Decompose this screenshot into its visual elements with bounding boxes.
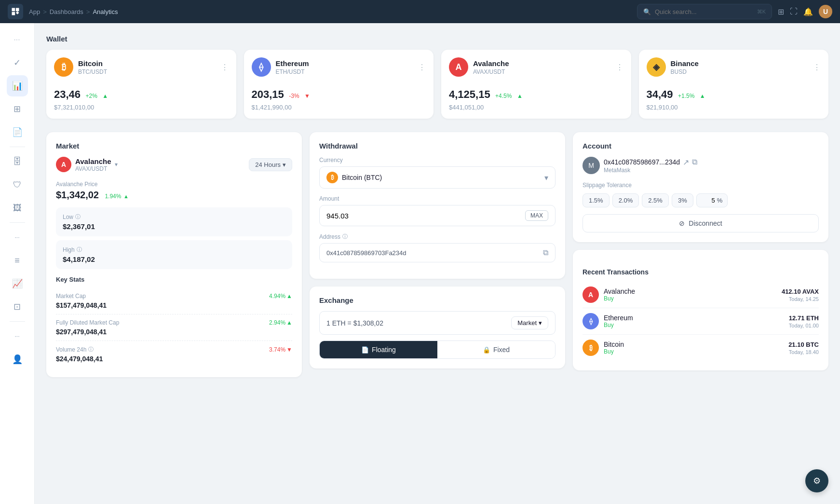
order-type-chevron: ▾ <box>539 319 542 327</box>
disconnect-button[interactable]: ⊘ Disconnect <box>583 214 819 232</box>
amount-input[interactable] <box>326 212 525 220</box>
sidebar-item-security[interactable]: 🛡 <box>7 174 28 195</box>
account-card: Account M 0x41c0878598697...234d ↗ ⧉ Met… <box>573 132 828 242</box>
search-bar[interactable]: ⌘K <box>637 4 772 19</box>
wallet-card-bnb: ◈ Binance BUSD 34,49 +1.5% ▲ $21,910,00 <box>639 50 829 119</box>
time-period-selector[interactable]: 24 Hours ▾ <box>249 158 292 171</box>
btc-usd: $7,321,010,00 <box>54 104 229 111</box>
bnb-usd: $21,910,00 <box>647 104 821 111</box>
main-content: Wallet ₿ Bitcoin BTC/USDT 23,46 +2 <box>35 23 840 504</box>
sidebar-item-reports[interactable]: 📈 <box>7 273 28 294</box>
address-input-wrap[interactable] <box>319 243 555 262</box>
tx-avax-time: Today, 14.25 <box>782 296 819 302</box>
search-input[interactable] <box>655 8 753 15</box>
currency-group: Currency ₿ Bitcoin (BTC) ▾ <box>319 157 555 189</box>
tx-eth-time: Today, 01.00 <box>789 323 819 328</box>
bnb-name: Binance <box>671 59 699 68</box>
amount-input-wrap[interactable]: MAX <box>319 205 555 226</box>
market-high-row: High $4,187,02 <box>56 240 292 269</box>
avax-pair: AVAX/USDT <box>473 68 509 75</box>
sidebar-item-grid[interactable]: ⊡ <box>7 296 28 317</box>
order-type-selector[interactable]: Market ▾ <box>511 316 548 329</box>
stat-volume-label: Volume 24h <box>56 346 86 353</box>
breadcrumb-analytics: Analytics <box>93 8 118 15</box>
recent-transactions-card: Recent Transactions A Avalanche Buy 412.… <box>573 250 828 370</box>
gear-icon: ⚙ <box>813 476 821 486</box>
slip-3-button[interactable]: 3% <box>672 193 693 207</box>
btc-value: 23,46 <box>54 88 81 100</box>
fixed-button[interactable]: 🔒 Fixed <box>437 341 555 358</box>
tx-eth-amount: 12.71 ETH <box>789 314 819 322</box>
max-button[interactable]: MAX <box>525 210 548 221</box>
market-high-label: High <box>63 246 285 253</box>
breadcrumb-sep1: > <box>43 8 47 15</box>
bnb-value: 34,49 <box>647 88 673 100</box>
btc-menu[interactable] <box>221 63 229 72</box>
market-coin-pair: AVAX/USDT <box>75 165 111 172</box>
tx-eth-icon: ⟠ <box>583 313 599 329</box>
btc-arrow-up: ▲ <box>102 93 108 99</box>
sidebar-item-documents[interactable]: 📄 <box>7 122 28 143</box>
bnb-menu[interactable] <box>813 63 821 72</box>
tx-btc-name: Bitcoin <box>604 341 784 348</box>
slip-1-5-button[interactable]: 1.5% <box>583 193 610 207</box>
slippage-title: Slippage Tolerance <box>583 182 819 189</box>
sidebar-item-analytics[interactable]: 📊 <box>7 75 28 96</box>
breadcrumb-dashboards[interactable]: Dashboards <box>50 8 83 15</box>
sidebar-item-profile[interactable]: 👤 <box>7 349 28 370</box>
avax-icon: A <box>449 57 468 77</box>
sidebar-item-tasks[interactable]: ✓ <box>7 52 28 73</box>
stat-market-cap: Market Cap 4.94% ▲ $157,479,048,41 <box>56 288 292 314</box>
slip-custom-input[interactable] <box>702 197 715 204</box>
avax-change: +4.5% <box>495 93 512 99</box>
currency-label: Currency <box>319 157 555 163</box>
sidebar-item-text[interactable]: ≡ <box>7 250 28 271</box>
eth-value: 203,15 <box>252 88 284 100</box>
wallet-card-avax: A Avalanche AVAX/USDT 4,125,15 +4.5% ▲ $… <box>441 50 631 119</box>
stat-volume-change: 3.74% ▼ <box>269 346 292 353</box>
tx-avax: A Avalanche Buy 412.10 AVAX Today, 14.25 <box>583 282 819 308</box>
eth-menu[interactable] <box>418 63 426 72</box>
search-shortcut: ⌘K <box>757 9 766 15</box>
expand-icon[interactable]: ⛶ <box>790 7 798 16</box>
tx-eth-type: Buy <box>604 322 784 328</box>
floating-button[interactable]: 📄 Floating <box>320 341 437 358</box>
slip-2-0-button[interactable]: 2.0% <box>612 193 639 207</box>
wallet-grid: ₿ Bitcoin BTC/USDT 23,46 +2% ▲ $7,321,01… <box>46 50 828 119</box>
sidebar-item-media[interactable]: 🖼 <box>7 197 28 218</box>
avax-menu[interactable] <box>616 63 623 72</box>
floating-label: Floating <box>372 346 396 354</box>
lower-grid: Market A Avalanche AVAX/USDT ▾ 24 Hours … <box>46 132 828 377</box>
address-input[interactable] <box>326 249 543 257</box>
sidebar-item-more2[interactable]: ··· <box>7 326 28 347</box>
eth-usd: $1,421,990,00 <box>252 104 426 111</box>
currency-selector[interactable]: ₿ Bitcoin (BTC) ▾ <box>319 166 555 189</box>
sidebar-item-server[interactable]: 🗄 <box>7 151 28 172</box>
notification-icon[interactable]: 🔔 <box>803 7 813 16</box>
sidebar-item-more[interactable]: ··· <box>7 227 28 248</box>
sidebar-divider-2 <box>10 222 25 223</box>
wallet-title: Wallet <box>46 35 828 43</box>
stat-market-cap-change: 4.94% ▲ <box>269 293 292 300</box>
grid-view-icon[interactable]: ⊞ <box>778 7 784 16</box>
copy-address-button[interactable] <box>543 248 548 257</box>
copy-icon[interactable]: ⧉ <box>692 158 697 166</box>
market-coin-selector[interactable]: A Avalanche AVAX/USDT ▾ <box>56 157 118 172</box>
time-period-label: 24 Hours <box>255 161 281 168</box>
slip-2-5-button[interactable]: 2.5% <box>642 193 669 207</box>
tx-btc: ₿ Bitcoin Buy 21.10 BTC Today, 18.40 <box>583 335 819 361</box>
sidebar-item-tables[interactable]: ⊞ <box>7 98 28 120</box>
eth-change: -3% <box>289 93 299 99</box>
breadcrumb-app[interactable]: App <box>29 8 40 15</box>
slip-custom-wrap[interactable]: % <box>696 193 728 207</box>
market-title: Market <box>56 142 292 150</box>
bnb-change: +1.5% <box>678 93 694 99</box>
tx-btc-amount: 21.10 BTC <box>788 341 819 348</box>
fab-button[interactable]: ⚙ <box>805 469 828 492</box>
sidebar-item-dots[interactable]: ··· <box>7 29 28 50</box>
user-avatar[interactable]: U <box>819 5 832 18</box>
app-logo[interactable] <box>8 4 23 19</box>
wallet-card-btc: ₿ Bitcoin BTC/USDT 23,46 +2% ▲ $7,321,01… <box>46 50 236 119</box>
external-link-icon[interactable]: ↗ <box>683 158 689 167</box>
btc-icon: ₿ <box>54 57 73 77</box>
